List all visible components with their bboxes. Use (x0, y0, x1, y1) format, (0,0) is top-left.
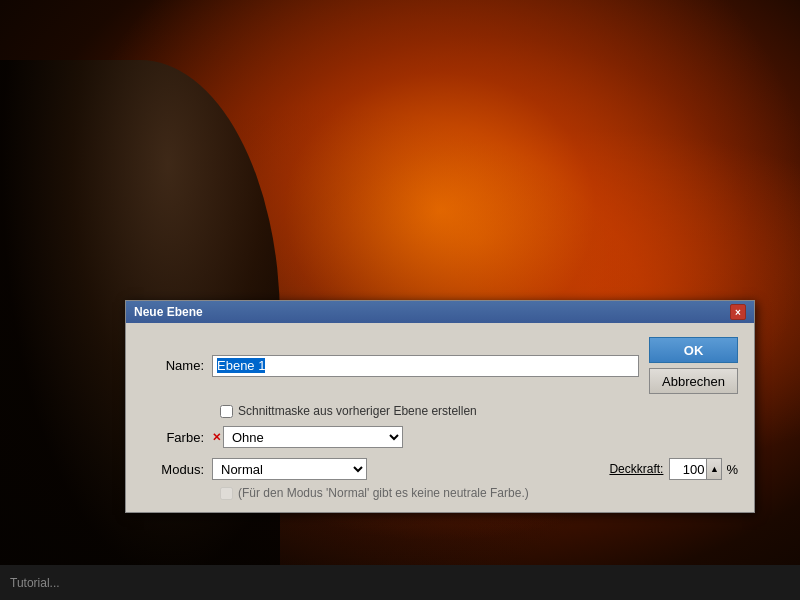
farbe-row: Farbe: ✕ Ohne Rot Orange Gelb Grün Blau … (142, 426, 738, 448)
name-input[interactable] (212, 355, 639, 377)
dialog-titlebar: Neue Ebene × (126, 301, 754, 323)
farbe-label: Farbe: (142, 430, 212, 445)
dialog-title: Neue Ebene (134, 305, 203, 319)
schnittmaske-label: Schnittmaske aus vorheriger Ebene erstel… (238, 404, 477, 418)
modus-label: Modus: (142, 462, 212, 477)
dialog-body: Name: OK Abbrechen Schnittmaske aus vorh… (126, 323, 754, 512)
dialog-buttons: OK Abbrechen (649, 337, 738, 394)
bottom-bar-text: Tutorial... (10, 576, 60, 590)
deckkraft-unit: % (726, 462, 738, 477)
deckkraft-label: Deckkraft: (609, 462, 663, 476)
bottom-bar: Tutorial... (0, 565, 800, 600)
modus-deckkraft-row: Modus: Normal Auflösen Abdunkeln Multipl… (142, 458, 738, 480)
cancel-button[interactable]: Abbrechen (649, 368, 738, 394)
farbe-select[interactable]: Ohne Rot Orange Gelb Grün Blau Violett G… (223, 426, 403, 448)
neue-ebene-dialog: Neue Ebene × Name: OK Abbrechen Schnittm… (125, 300, 755, 513)
modus-select[interactable]: Normal Auflösen Abdunkeln Multiplizieren… (212, 458, 367, 480)
name-row-content (212, 355, 639, 377)
deckkraft-arrow[interactable]: ▲ (706, 458, 722, 480)
schnittmaske-row: Schnittmaske aus vorheriger Ebene erstel… (220, 404, 738, 418)
farbe-x-icon: ✕ (212, 431, 221, 444)
note-row: (Für den Modus 'Normal' gibt es keine ne… (220, 486, 738, 500)
deckkraft-input[interactable] (669, 458, 707, 480)
name-label: Name: (142, 358, 212, 373)
note-text: (Für den Modus 'Normal' gibt es keine ne… (238, 486, 529, 500)
ok-button[interactable]: OK (649, 337, 738, 363)
note-checkbox (220, 487, 233, 500)
schnittmaske-checkbox[interactable] (220, 405, 233, 418)
close-button[interactable]: × (730, 304, 746, 320)
name-row: Name: OK Abbrechen (142, 337, 738, 394)
